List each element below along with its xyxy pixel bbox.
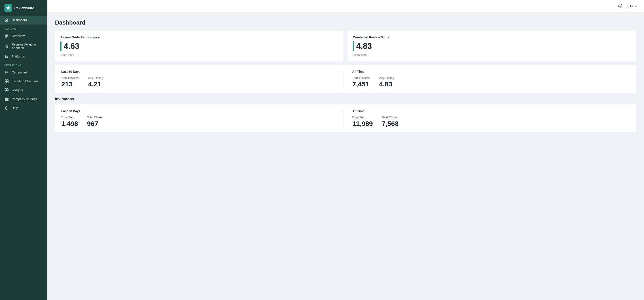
chevron-down-icon	[634, 5, 637, 7]
crs-score-value: 4.83	[356, 41, 372, 51]
sidebar-label-reviews-awaiting: Reviews Awaiting Attention	[12, 43, 42, 50]
reviews-alltime-avg-value: 4.83	[379, 80, 394, 88]
svg-rect-2	[5, 36, 8, 36]
reviews-last-30-days: Last 30 Days Total Reviews 213 Avg. Rati…	[61, 70, 339, 88]
svg-rect-8	[5, 81, 6, 83]
invitations-heading: Invitations	[55, 97, 636, 101]
sidebar-item-platforms[interactable]: Platforms	[0, 52, 47, 61]
rsp-score-bar	[60, 41, 62, 51]
crs-score-row: 4.83	[353, 41, 630, 51]
sidebar-item-invitation-channels[interactable]: Invitation Channels	[0, 77, 47, 86]
top-header: Luke	[47, 0, 644, 12]
reviews-last-30-total: Total Reviews 213	[61, 76, 79, 88]
reviews-last-30-avg-value: 4.21	[88, 80, 103, 88]
invitations-alltime-clicked-label: Total Clicked	[382, 116, 398, 119]
page-title: Dashboard	[55, 19, 636, 26]
help-icon	[4, 106, 9, 110]
sidebar-label-widgets: Widgets	[12, 88, 23, 92]
reviews-alltime-period: All Time	[352, 70, 630, 73]
svg-rect-9	[7, 81, 8, 83]
page-content: Dashboard Review Suite Performance 4.63 …	[47, 12, 644, 300]
sidebar-label-dashboard: Dashboard	[12, 18, 27, 22]
rsp-learn-more[interactable]: Learn more	[60, 53, 338, 56]
reviews-alltime-avg-label: Avg. Rating	[379, 76, 394, 79]
rsp-score-row: 4.63	[60, 41, 338, 51]
invitations-last-30-clicked-label: Total Clicked	[87, 116, 104, 119]
channels-icon	[4, 79, 9, 83]
sidebar-item-dashboard[interactable]: Dashboard	[0, 16, 47, 24]
reviews-all-time: All Time Total Reviews 7,451 Avg. Rating…	[343, 70, 630, 88]
sidebar-item-reviews-awaiting[interactable]: Reviews Awaiting Attention	[0, 40, 47, 52]
invitations-alltime-sent-label: Total Sent	[352, 116, 373, 119]
reviews-stats-card: Last 30 Days Total Reviews 213 Avg. Rati…	[55, 65, 636, 93]
invitations-alltime-period: All Time	[352, 109, 630, 113]
invitations-all-time: All Time Total Sent 11,989 Total Clicked…	[343, 109, 630, 128]
invitations-section-label: INVITATIONS	[0, 61, 47, 68]
user-name: Luke	[627, 4, 634, 8]
crs-score-bar	[353, 41, 354, 51]
database-icon	[4, 54, 9, 59]
reviews-last-30-total-label: Total Reviews	[61, 76, 79, 79]
app-logo[interactable]: ReviewSuite	[0, 0, 47, 16]
sidebar-label-overview: Overview	[12, 34, 24, 38]
sidebar-item-help[interactable]: Help	[0, 104, 47, 113]
svg-rect-14	[5, 98, 8, 99]
svg-rect-11	[7, 89, 8, 90]
sidebar-item-campaigns[interactable]: Campaigns	[0, 68, 47, 77]
reviews-alltime-metrics: Total Reviews 7,451 Avg. Rating 4.83	[352, 76, 630, 88]
invitations-alltime-clicked: Total Clicked 7,568	[382, 116, 398, 128]
svg-rect-10	[5, 89, 6, 90]
reviews-last-30-avg-label: Avg. Rating	[88, 76, 103, 79]
invitations-last-30-sent: Total Sent 1,498	[61, 116, 78, 128]
main-area: Luke Dashboard Review Suite Performance …	[47, 0, 644, 300]
invitations-last-30-days: Last 30 Days Total Sent 1,498 Total Clic…	[61, 109, 339, 128]
svg-rect-15	[5, 99, 8, 100]
svg-rect-16	[5, 100, 8, 101]
svg-rect-3	[5, 37, 7, 37]
reviews-last-30-metrics: Total Reviews 213 Avg. Rating 4.21	[61, 76, 339, 88]
invitations-alltime-sent-value: 11,989	[352, 120, 373, 128]
sidebar-label-company-settings: Company Settings	[12, 97, 37, 101]
reviews-section-label: REVIEWS	[0, 24, 47, 31]
invitations-alltime-sent: Total Sent 11,989	[352, 116, 373, 128]
combined-review-score-card: Combined Review Score 4.83 Learn more	[348, 31, 636, 61]
star-icon	[4, 44, 9, 48]
user-menu-button[interactable]: Luke	[627, 4, 637, 8]
reviews-alltime-total: Total Reviews 7,451	[352, 76, 370, 88]
crs-card-title: Combined Review Score	[353, 35, 630, 39]
sidebar-item-widgets[interactable]: Widgets	[0, 86, 47, 95]
invitations-last-30-clicked: Total Clicked 967	[87, 116, 104, 128]
reviews-alltime-avg: Avg. Rating 4.83	[379, 76, 394, 88]
invitations-stats-card: Last 30 Days Total Sent 1,498 Total Clic…	[55, 105, 636, 132]
notification-bell-icon[interactable]	[618, 3, 623, 9]
reviews-last-30-total-value: 213	[61, 80, 79, 88]
rsp-card-title: Review Suite Performance	[60, 35, 338, 39]
reviews-alltime-total-value: 7,451	[352, 80, 370, 88]
score-cards-row: Review Suite Performance 4.63 Learn more…	[55, 31, 636, 61]
svg-rect-7	[7, 80, 8, 81]
invitations-last-30-metrics: Total Sent 1,498 Total Clicked 967	[61, 116, 339, 128]
svg-rect-1	[5, 35, 8, 35]
svg-rect-6	[5, 80, 6, 81]
sidebar-label-campaigns: Campaigns	[12, 71, 28, 74]
home-icon	[4, 18, 9, 22]
reviews-last-30-period: Last 30 Days	[61, 70, 339, 73]
sidebar-label-help: Help	[12, 106, 18, 110]
invitations-last-30-period: Last 30 Days	[61, 109, 339, 113]
widgets-icon	[4, 88, 9, 92]
invitations-last-30-clicked-value: 967	[87, 120, 104, 128]
svg-rect-12	[5, 90, 6, 91]
campaigns-icon	[4, 70, 9, 75]
sidebar-item-overview[interactable]: Overview	[0, 31, 47, 40]
sidebar-label-invitation-channels: Invitation Channels	[12, 79, 38, 83]
app-name: ReviewSuite	[14, 6, 34, 10]
review-suite-performance-card: Review Suite Performance 4.63 Learn more	[55, 31, 344, 61]
overview-icon	[4, 34, 9, 38]
svg-rect-5	[5, 71, 8, 74]
sidebar: ReviewSuite Dashboard REVIEWS Overview R…	[0, 0, 47, 300]
crs-learn-more[interactable]: Learn more	[353, 53, 630, 56]
reviews-last-30-avg: Avg. Rating 4.21	[88, 76, 103, 88]
sidebar-item-company-settings[interactable]: Company Settings	[0, 95, 47, 104]
rsp-score-value: 4.63	[64, 41, 80, 51]
reviews-alltime-total-label: Total Reviews	[352, 76, 370, 79]
